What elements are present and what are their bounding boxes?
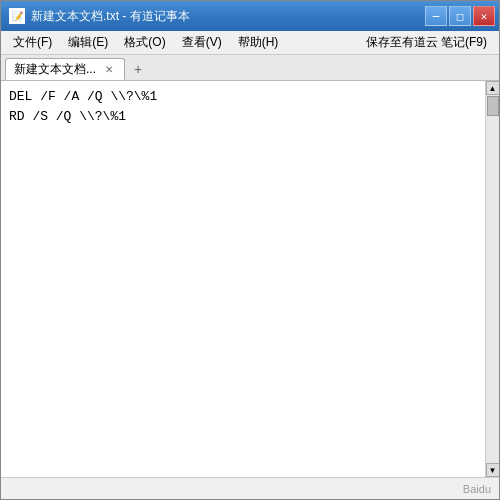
close-button[interactable]: ✕: [473, 6, 495, 26]
maximize-button[interactable]: □: [449, 6, 471, 26]
tab-0[interactable]: 新建文本文档... ✕: [5, 58, 125, 80]
tab-label-0: 新建文本文档...: [14, 61, 96, 78]
window-title: 新建文本文档.txt - 有道记事本: [31, 8, 190, 25]
scroll-up-button[interactable]: ▲: [486, 81, 500, 95]
tab-add-button[interactable]: +: [127, 58, 149, 80]
menu-help[interactable]: 帮助(H): [230, 32, 287, 53]
menu-save[interactable]: 保存至有道云 笔记(F9): [358, 32, 495, 53]
menu-edit[interactable]: 编辑(E): [60, 32, 116, 53]
menu-format[interactable]: 格式(O): [116, 32, 173, 53]
title-bar-left: 📝 新建文本文档.txt - 有道记事本: [9, 8, 190, 25]
menu-view[interactable]: 查看(V): [174, 32, 230, 53]
main-window: 📝 新建文本文档.txt - 有道记事本 ─ □ ✕ 文件(F) 编辑(E) 格…: [0, 0, 500, 500]
watermark: Baidu: [463, 483, 491, 495]
scroll-thumb[interactable]: [487, 96, 499, 116]
scroll-down-button[interactable]: ▼: [486, 463, 500, 477]
scroll-track[interactable]: [486, 95, 499, 463]
text-editor[interactable]: [1, 81, 485, 477]
minimize-button[interactable]: ─: [425, 6, 447, 26]
vertical-scrollbar: ▲ ▼: [485, 81, 499, 477]
editor-wrapper: ▲ ▼: [1, 81, 499, 477]
menu-bar: 文件(F) 编辑(E) 格式(O) 查看(V) 帮助(H) 保存至有道云 笔记(…: [1, 31, 499, 55]
status-bar: Baidu: [1, 477, 499, 499]
tab-bar: 新建文本文档... ✕ +: [1, 55, 499, 81]
title-bar: 📝 新建文本文档.txt - 有道记事本 ─ □ ✕: [1, 1, 499, 31]
app-icon: 📝: [9, 8, 25, 24]
title-controls: ─ □ ✕: [425, 6, 495, 26]
tab-close-0[interactable]: ✕: [102, 62, 116, 76]
menu-file[interactable]: 文件(F): [5, 32, 60, 53]
